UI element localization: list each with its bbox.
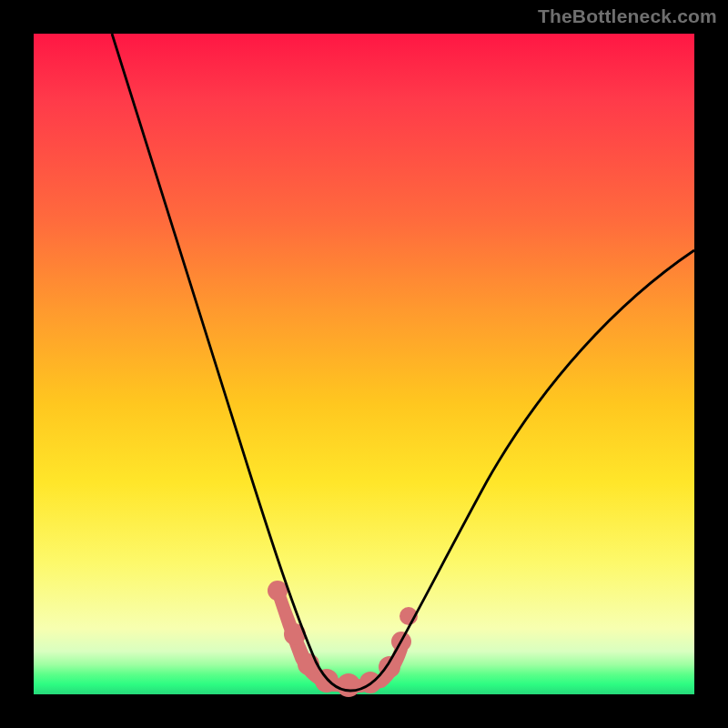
marker-dot bbox=[337, 673, 360, 697]
watermark-text: TheBottleneck.com bbox=[538, 5, 717, 27]
marker-dot bbox=[268, 581, 288, 601]
chart-svg bbox=[34, 34, 694, 694]
marker-dot bbox=[315, 669, 339, 693]
plot-area bbox=[34, 34, 694, 694]
chart-frame: TheBottleneck.com bbox=[0, 0, 728, 728]
curve-line bbox=[112, 34, 694, 691]
